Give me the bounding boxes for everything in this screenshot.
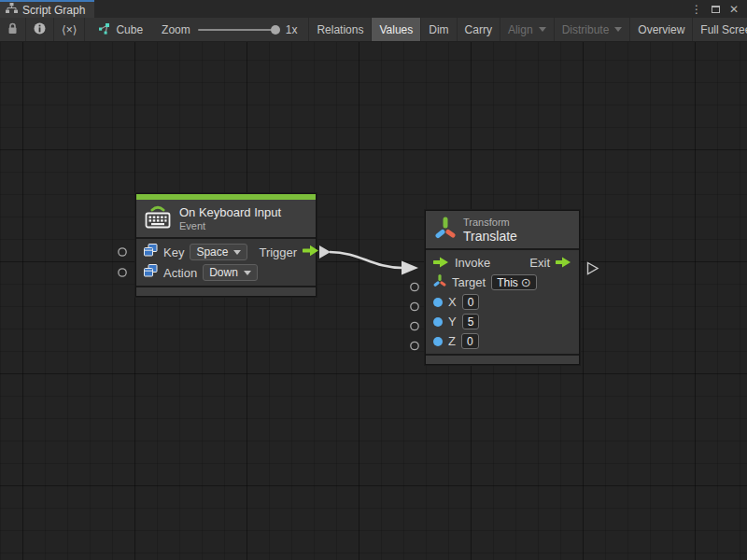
- x-value-input[interactable]: 0: [462, 294, 480, 310]
- event-node-title: On Keyboard Input: [179, 205, 281, 220]
- lock-button[interactable]: [0, 18, 26, 41]
- distribute-button[interactable]: Distribute: [555, 18, 631, 41]
- z-value-input[interactable]: 0: [461, 333, 479, 349]
- values-button[interactable]: Values: [372, 18, 421, 41]
- relations-label: Relations: [317, 23, 363, 36]
- target-value: This: [497, 276, 518, 289]
- values-label: Values: [379, 23, 413, 36]
- x-label: X: [448, 295, 457, 309]
- target-input-port[interactable]: [411, 283, 418, 290]
- y-value-input[interactable]: 5: [462, 314, 480, 329]
- y-value: 5: [468, 315, 474, 329]
- invoke-label: Invoke: [455, 256, 490, 270]
- menu-icon[interactable]: ⋮: [689, 2, 704, 17]
- zoom-slider-handle[interactable]: [271, 25, 280, 35]
- zoom-slider[interactable]: [198, 29, 278, 31]
- align-button[interactable]: Align: [500, 18, 555, 41]
- trigger-label: Trigger: [259, 245, 297, 259]
- event-node-subtitle: Event: [179, 220, 281, 232]
- action-label: Action: [163, 266, 197, 280]
- graph-name: Cube: [116, 23, 143, 36]
- align-label: Align: [508, 23, 533, 36]
- chevron-down-icon: [614, 27, 622, 32]
- dim-label: Dim: [429, 23, 448, 36]
- overview-label: Overview: [638, 23, 684, 36]
- keyboard-icon: [144, 203, 172, 233]
- action-row: Action Down: [136, 262, 316, 283]
- zoom-label: Zoom: [162, 23, 190, 36]
- flow-arrow-icon: [433, 255, 449, 272]
- translate-node-title: Translate: [463, 229, 517, 244]
- fullscreen-button[interactable]: Full Screen: [693, 18, 747, 41]
- close-icon[interactable]: ✕: [726, 2, 741, 17]
- z-row: Z 0: [426, 331, 579, 351]
- zoom-value: 1x: [286, 23, 298, 36]
- key-dropdown[interactable]: Space: [190, 244, 247, 260]
- y-input-port[interactable]: [411, 322, 418, 329]
- event-node-body: Key Space Trigger: [136, 239, 316, 286]
- float-port-icon: [433, 317, 443, 327]
- y-row: Y 5: [426, 312, 579, 331]
- target-value-box[interactable]: This ⊙: [491, 274, 537, 290]
- action-input-port[interactable]: [119, 269, 126, 276]
- connection-wire[interactable]: [330, 252, 402, 268]
- z-input-port[interactable]: [411, 342, 418, 349]
- x-row: X 0: [426, 292, 579, 312]
- action-value: Down: [209, 266, 238, 279]
- info-icon: [34, 22, 46, 37]
- key-label: Key: [163, 245, 184, 259]
- transform-icon: [435, 216, 456, 244]
- key-input-port[interactable]: [119, 248, 126, 256]
- graph-tree-icon: [6, 3, 18, 17]
- exit-label: Exit: [529, 256, 550, 270]
- graph-breadcrumb[interactable]: Cube: [91, 18, 150, 41]
- translate-node[interactable]: Transform Translate Invoke Exit: [425, 210, 580, 365]
- graph-node-icon: [98, 22, 112, 37]
- x-input-port[interactable]: [411, 302, 418, 310]
- exit-output-port[interactable]: [588, 263, 599, 274]
- action-dropdown[interactable]: Down: [203, 264, 258, 281]
- translate-node-footer: [426, 354, 579, 364]
- graph-canvas[interactable]: On Keyboard Input Event Key Spac: [0, 42, 747, 560]
- tab-script-graph[interactable]: Script Graph: [0, 0, 94, 18]
- transform-mini-icon: [433, 273, 446, 291]
- target-row: Target This ⊙: [426, 273, 579, 292]
- relations-button[interactable]: Relations: [308, 18, 372, 41]
- zoom-control: Zoom 1x: [150, 18, 308, 41]
- code-view-button[interactable]: ⟨×⟩: [54, 18, 85, 41]
- toolbar-right-group: Relations Values Dim Carry Align Distrib…: [308, 18, 747, 41]
- translate-node-category: Transform: [463, 217, 517, 229]
- translate-node-header[interactable]: Transform Translate: [426, 211, 579, 250]
- code-view-icon: ⟨×⟩: [62, 23, 77, 36]
- wire-arrowhead-icon: [402, 261, 418, 275]
- fullscreen-label: Full Screen: [700, 23, 747, 36]
- target-label: Target: [452, 275, 486, 289]
- info-button[interactable]: [26, 18, 54, 41]
- toolbar: ⟨×⟩ Cube Zoom 1x Relations: [0, 18, 747, 42]
- flow-arrow-icon: [303, 244, 319, 260]
- key-value: Space: [196, 245, 228, 259]
- trigger-output-port[interactable]: [319, 245, 331, 259]
- flow-arrow-icon: [556, 255, 571, 272]
- float-port-icon: [433, 298, 443, 307]
- chevron-down-icon: [539, 27, 546, 32]
- dim-button[interactable]: Dim: [421, 18, 457, 41]
- y-label: Y: [448, 315, 457, 329]
- event-node-footer: [136, 286, 316, 296]
- z-label: Z: [448, 334, 456, 348]
- lock-icon: [7, 22, 18, 37]
- enum-icon: [144, 264, 158, 281]
- event-node[interactable]: On Keyboard Input Event Key Spac: [135, 193, 317, 297]
- connection-overlay: [0, 42, 747, 560]
- x-value: 0: [468, 296, 474, 309]
- carry-label: Carry: [465, 23, 492, 36]
- maximize-icon[interactable]: [708, 2, 723, 17]
- carry-button[interactable]: Carry: [458, 18, 500, 41]
- tab-title: Script Graph: [22, 4, 85, 17]
- invoke-row: Invoke Exit: [426, 253, 579, 273]
- event-node-header[interactable]: On Keyboard Input Event: [136, 200, 316, 239]
- translate-node-body: Invoke Exit: [426, 250, 579, 354]
- overview-button[interactable]: Overview: [630, 18, 693, 41]
- key-row: Key Space Trigger: [136, 242, 316, 262]
- tab-strip: Script Graph ⋮ ✕: [0, 0, 747, 18]
